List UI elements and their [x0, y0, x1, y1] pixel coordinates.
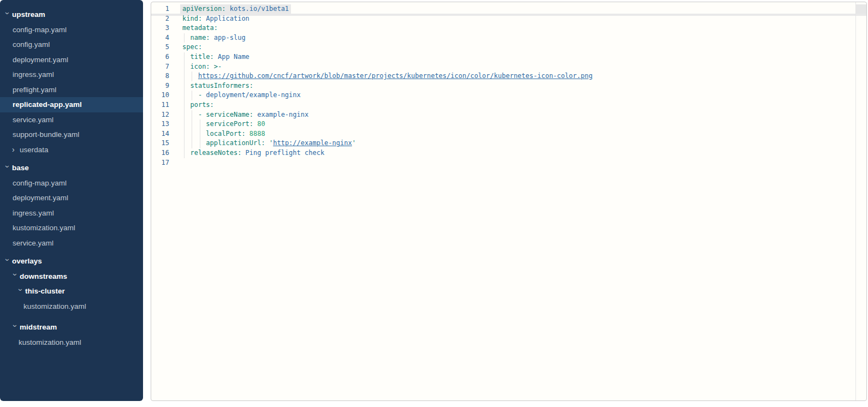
scrollbar-thumb[interactable] [856, 4, 866, 14]
code-token [182, 111, 198, 118]
line-number: 8 [151, 71, 182, 81]
chevron-down-icon: › [4, 12, 11, 20]
code-line[interactable]: 3metadata: [151, 23, 866, 33]
tree-item-label: preflight.yaml [13, 86, 56, 94]
code-line[interactable]: 15 applicationUrl: 'http://example-nginx… [151, 139, 866, 148]
line-content: statusInformers: [182, 81, 866, 91]
tree-file-deployment.yaml[interactable]: deployment.yaml [0, 190, 143, 206]
tree-file-config-map.yaml[interactable]: config-map.yaml [0, 176, 143, 191]
line-number: 10 [151, 91, 182, 100]
tree-folder-downstreams[interactable]: ›downstreams [0, 269, 143, 284]
code-link[interactable]: http://example-nginx [273, 139, 352, 147]
code-token: spec: [182, 43, 202, 51]
tree-folder-upstream[interactable]: ›upstream [0, 7, 143, 22]
tree-file-ingress.yaml[interactable]: ingress.yaml [0, 206, 143, 221]
code-line[interactable]: 4 name: app-slug [151, 33, 866, 43]
indent-guide [184, 148, 185, 158]
vertical-scrollbar[interactable] [855, 2, 866, 400]
code-editor-panel[interactable]: 1apiVersion: kots.io/v1beta12kind: Appli… [151, 2, 867, 401]
line-content [182, 158, 866, 168]
line-content: servicePort: 80 [182, 119, 866, 129]
indent-guide [192, 91, 192, 100]
code-line[interactable]: 13 servicePort: 80 [151, 119, 866, 129]
indent-guide [184, 62, 185, 72]
code-token: - [198, 91, 206, 99]
code-link[interactable]: https://github.com/cncf/artwork/blob/mas… [198, 72, 592, 80]
code-token: kind: [182, 15, 202, 22]
code-line[interactable]: 14 localPort: 8888 [151, 129, 866, 139]
tree-item-label: config.yaml [13, 40, 50, 49]
tree-item-label: downstreams [20, 272, 67, 280]
code-line[interactable]: 6 title: App Name [151, 52, 866, 62]
code-token: Ping preflight check [246, 149, 325, 157]
line-number: 6 [151, 52, 182, 62]
code-token: statusInformers: [190, 82, 253, 89]
code-line[interactable]: 12 - serviceName: example-nginx [151, 110, 866, 120]
line-number: 9 [151, 81, 182, 91]
code-token: localPort: [206, 130, 245, 137]
code-line[interactable]: 17 [151, 158, 866, 168]
indent-guide [184, 139, 185, 148]
code-token: metadata: [182, 24, 218, 32]
tree-file-preflight.yaml[interactable]: preflight.yaml [0, 82, 143, 98]
code-line[interactable]: 9 statusInformers: [151, 81, 866, 91]
line-content: releaseNotes: Ping preflight check [182, 148, 866, 158]
chevron-down-icon: › [11, 273, 19, 281]
tree-file-support-bundle.yaml[interactable]: support-bundle.yaml [0, 127, 143, 142]
tree-folder-midstream[interactable]: ›midstream [0, 320, 143, 335]
tree-item-label: deployment.yaml [13, 194, 68, 202]
tree-item-label: midstream [20, 323, 57, 331]
tree-file-deployment.yaml[interactable]: deployment.yaml [0, 52, 143, 68]
line-number: 17 [151, 158, 182, 168]
tree-file-service.yaml[interactable]: service.yaml [0, 112, 143, 128]
tree-folder-userdata[interactable]: ›userdata [0, 142, 143, 158]
tree-item-label: support-bundle.yaml [13, 130, 79, 139]
code-token [182, 91, 198, 99]
code-token: title: [190, 53, 213, 61]
tree-item-label: kustomization.yaml [23, 302, 86, 310]
code-line[interactable]: 16 releaseNotes: Ping preflight check [151, 148, 866, 158]
code-token: 80 [257, 120, 265, 128]
code-line[interactable]: 1apiVersion: kots.io/v1beta1 [151, 4, 866, 14]
code-token [214, 53, 218, 61]
tree-folder-base[interactable]: ›base [0, 160, 143, 176]
tree-file-config.yaml[interactable]: config.yaml [0, 37, 143, 52]
chevron-down-icon: › [17, 289, 25, 296]
code-token [241, 149, 245, 157]
tree-file-config-map.yaml[interactable]: config-map.yaml [0, 22, 143, 38]
line-number: 13 [151, 119, 182, 129]
code-token: ports: [190, 101, 213, 109]
tree-file-kustomization.yaml[interactable]: kustomization.yaml [0, 335, 143, 350]
indent-guide [184, 129, 185, 139]
tree-file-replicated-app.yaml[interactable]: replicated-app.yaml [0, 97, 143, 112]
tree-folder-overlays[interactable]: ›overlays [0, 254, 143, 269]
tree-item-label: kustomization.yaml [13, 224, 75, 232]
chevron-down-icon: › [11, 325, 19, 332]
code-line[interactable]: 8 https://github.com/cncf/artwork/blob/m… [151, 71, 866, 81]
code-editor: 1apiVersion: kots.io/v1beta12kind: Appli… [151, 2, 866, 400]
tree-file-kustomization.yaml[interactable]: kustomization.yaml [0, 299, 143, 314]
code-line[interactable]: 10 - deployment/example-nginx [151, 91, 866, 100]
code-token [265, 139, 269, 147]
line-content: icon: >- [182, 62, 866, 72]
tree-file-service.yaml[interactable]: service.yaml [0, 236, 143, 251]
line-content: title: App Name [182, 52, 866, 62]
tree-file-kustomization.yaml[interactable]: kustomization.yaml [0, 220, 143, 236]
code-line[interactable]: 2kind: Application [151, 14, 866, 24]
code-token [225, 5, 229, 13]
tree-item-label: this-cluster [25, 287, 65, 295]
line-number: 16 [151, 148, 182, 158]
tree-item-label: ingress.yaml [13, 209, 54, 217]
code-line[interactable]: 7 icon: >- [151, 62, 866, 72]
indent-guide [184, 100, 185, 110]
tree-file-ingress.yaml[interactable]: ingress.yaml [0, 67, 143, 82]
code-token: ' [352, 139, 356, 147]
indent-guide [184, 81, 185, 91]
code-line[interactable]: 5spec: [151, 43, 866, 52]
code-token [182, 139, 206, 147]
line-content: kind: Application [182, 14, 866, 24]
indent-guide [200, 129, 200, 139]
tree-folder-this-cluster[interactable]: ›this-cluster [0, 284, 143, 299]
tree-item-label: base [12, 164, 29, 172]
code-line[interactable]: 11 ports: [151, 100, 866, 110]
